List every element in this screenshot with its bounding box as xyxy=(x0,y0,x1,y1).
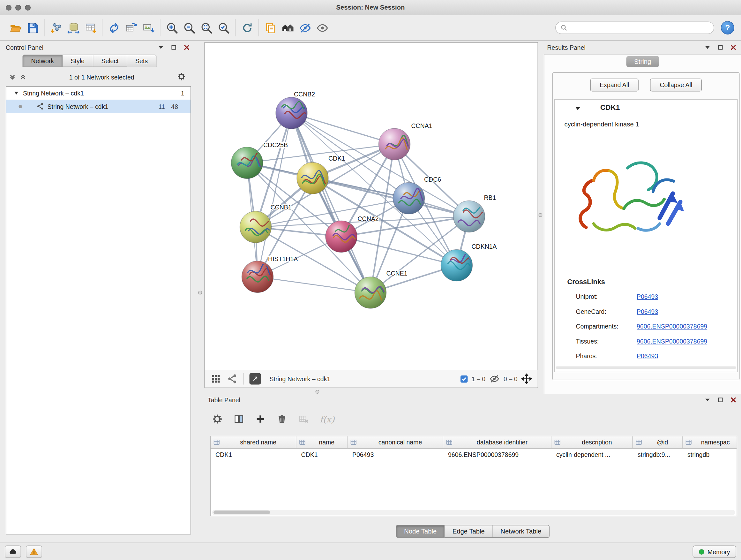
pan-move-icon[interactable] xyxy=(522,374,532,384)
zoom-out-button[interactable] xyxy=(181,18,198,37)
tab-string[interactable]: String xyxy=(626,56,659,67)
crosslink-value-link[interactable]: 9606.ENSP00000378699 xyxy=(636,338,707,345)
column-header-description[interactable]: description xyxy=(551,436,633,449)
help-button[interactable]: ? xyxy=(721,21,734,35)
home-button[interactable] xyxy=(279,18,296,37)
tab-network[interactable]: Network xyxy=(23,55,63,67)
show-all-button[interactable] xyxy=(314,18,331,37)
collapse-all-icon[interactable] xyxy=(9,74,16,80)
column-header-name[interactable]: name xyxy=(296,436,348,449)
crosslink-value-link[interactable]: P06493 xyxy=(636,308,658,315)
search-box[interactable] xyxy=(555,22,714,34)
export-image-button[interactable] xyxy=(140,18,157,37)
selected-nodes-checkbox[interactable] xyxy=(461,375,468,382)
show-columns-icon[interactable] xyxy=(233,414,244,424)
crosslink-value-link[interactable]: P06493 xyxy=(636,353,658,360)
tab-network-table[interactable]: Network Table xyxy=(493,525,549,538)
tab-sets[interactable]: Sets xyxy=(127,55,157,67)
tab-style[interactable]: Style xyxy=(63,55,93,67)
open-in-new-window-button[interactable] xyxy=(250,373,261,385)
new-network-from-selection-button[interactable] xyxy=(105,18,123,37)
expand-all-button[interactable]: Expand All xyxy=(590,78,638,91)
memory-button[interactable]: Memory xyxy=(693,546,736,558)
network-node-RB1[interactable] xyxy=(454,201,485,233)
node-label-CCNB1: CCNB1 xyxy=(271,204,292,211)
zoom-in-button[interactable] xyxy=(163,18,181,37)
hide-selected-button[interactable] xyxy=(296,18,314,37)
crosslink-value-link[interactable]: P06493 xyxy=(636,293,658,300)
column-header--id[interactable]: @id xyxy=(633,436,683,449)
birds-eye-view-icon[interactable] xyxy=(211,374,221,384)
network-collection-row[interactable]: String Network – cdk1 1 xyxy=(6,87,191,100)
copy-document-button[interactable] xyxy=(262,18,279,37)
delete-column-trash-icon[interactable] xyxy=(277,414,287,424)
cloud-button[interactable] xyxy=(5,546,21,558)
panel-close-icon[interactable] xyxy=(731,397,736,403)
tab-node-table[interactable]: Node Table xyxy=(396,525,445,538)
window-close-button[interactable] xyxy=(6,5,11,10)
table-header-row: shared namenamecanonical namedatabase id… xyxy=(211,436,737,449)
bottom-splitter-handle[interactable] xyxy=(316,390,320,394)
network-graph[interactable]: CCNB2CCNA1CDC25BCDK1CDC6RB1CCNB1CCNA2CDK… xyxy=(205,43,538,370)
panel-collapse-icon[interactable] xyxy=(704,45,711,51)
column-header-canonical-name[interactable]: canonical name xyxy=(347,436,443,449)
network-node-CCNA1[interactable] xyxy=(379,128,410,160)
right-splitter-handle[interactable] xyxy=(539,213,542,217)
table-row[interactable]: CDK1CDK1P064939606.ENSP00000378699cyclin… xyxy=(211,449,737,461)
column-header-shared-name[interactable]: shared name xyxy=(211,436,296,449)
network-options-gear-icon[interactable] xyxy=(177,72,186,82)
tree-expander-icon[interactable] xyxy=(14,90,19,97)
network-node-CCNB2[interactable] xyxy=(276,98,307,129)
new-table-button[interactable] xyxy=(123,18,140,37)
expand-all-icon[interactable] xyxy=(20,74,26,80)
network-node-CDK1[interactable] xyxy=(297,163,328,194)
window-minimize-button[interactable] xyxy=(15,5,21,10)
collapse-all-button[interactable]: Collapse All xyxy=(650,78,702,91)
panel-float-icon[interactable] xyxy=(171,45,177,51)
network-node-CCNA2[interactable] xyxy=(326,221,357,253)
hidden-eye-slash-icon[interactable] xyxy=(489,374,500,384)
panel-close-icon[interactable] xyxy=(731,45,736,51)
share-network-icon[interactable] xyxy=(227,374,238,384)
zoom-fit-button[interactable] xyxy=(198,18,215,37)
save-session-button[interactable] xyxy=(24,18,41,37)
table-settings-gear-icon[interactable] xyxy=(212,414,223,424)
import-network-from-database-button[interactable] xyxy=(65,18,82,37)
function-builder-button[interactable]: f(x) xyxy=(320,414,334,424)
cloud-icon xyxy=(9,548,17,556)
table-hscrollbar[interactable] xyxy=(212,510,736,515)
crosslink-value-link[interactable]: 9606.ENSP00000378699 xyxy=(636,323,707,330)
left-splitter-handle[interactable] xyxy=(198,291,202,295)
memory-label: Memory xyxy=(708,548,730,556)
network-node-CDC25B[interactable] xyxy=(231,147,264,179)
network-node-CCNE1[interactable] xyxy=(355,277,387,308)
network-node-CDC6[interactable] xyxy=(393,183,426,214)
delete-table-icon[interactable] xyxy=(298,414,309,424)
refresh-button[interactable] xyxy=(239,18,256,37)
table-tabs: Node TableEdge TableNetwork Table xyxy=(205,525,741,538)
window-zoom-button[interactable] xyxy=(25,5,30,10)
tab-edge-table[interactable]: Edge Table xyxy=(445,525,493,538)
import-table-from-file-button[interactable] xyxy=(82,18,99,37)
column-header-database-identifier[interactable]: database identifier xyxy=(443,436,551,449)
import-network-from-file-button[interactable] xyxy=(48,18,65,37)
network-node-HIST1H1A[interactable] xyxy=(242,261,273,293)
table-hscrollbar-thumb[interactable] xyxy=(213,510,270,514)
add-column-plus-icon[interactable] xyxy=(255,414,266,424)
panel-collapse-icon[interactable] xyxy=(158,45,164,51)
panel-float-icon[interactable] xyxy=(718,397,724,403)
warnings-button[interactable] xyxy=(26,546,42,558)
panel-close-icon[interactable] xyxy=(184,45,190,51)
entry-card-scrollbar[interactable] xyxy=(556,367,737,369)
column-type-icon xyxy=(350,439,357,446)
panel-collapse-icon[interactable] xyxy=(704,397,711,403)
column-header-namespac[interactable]: namespac xyxy=(683,436,737,449)
entry-collapse-icon[interactable] xyxy=(575,106,581,113)
search-input[interactable] xyxy=(570,24,709,32)
network-node-CDKN1A[interactable] xyxy=(441,250,473,281)
tab-select[interactable]: Select xyxy=(93,55,127,67)
panel-float-icon[interactable] xyxy=(718,45,724,51)
zoom-selected-button[interactable] xyxy=(215,18,232,37)
open-session-button[interactable] xyxy=(7,18,24,37)
network-row-selected[interactable]: String Network – cdk1 11 48 xyxy=(6,100,191,113)
